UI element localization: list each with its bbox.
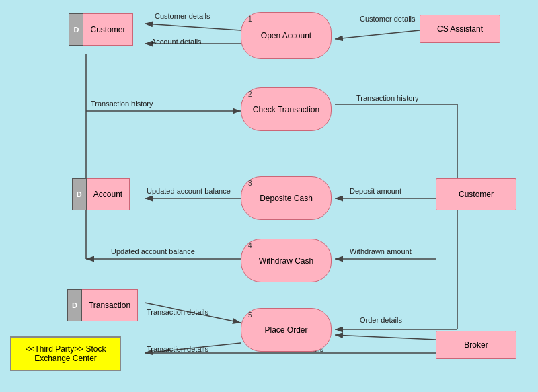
transaction-label: Transaction: [82, 289, 138, 321]
account-label: Account: [87, 178, 130, 210]
deposit-cash-num: 3: [248, 180, 252, 187]
customer-label: Customer: [83, 13, 132, 46]
account-datastore: D Account: [57, 178, 145, 210]
label-updated-balance-2: Updated account balance: [111, 247, 195, 256]
broker-node: Broker: [436, 331, 516, 359]
diagram-container: Customer details Account details Custome…: [0, 0, 538, 392]
label-deposit-amount: Deposit amount: [350, 187, 401, 195]
datastore-d-account: D: [72, 178, 87, 210]
label-order-details-1: Order details: [360, 316, 402, 324]
svg-line-3: [335, 30, 420, 39]
withdraw-cash-node: 4 Withdraw Cash: [241, 239, 332, 282]
svg-line-16: [335, 335, 436, 340]
customer-right-label: Customer: [459, 190, 494, 199]
label-account-details: Account details: [151, 38, 202, 46]
label-updated-balance-1: Updated account balance: [147, 187, 231, 195]
label-customer-details-2: Customer details: [360, 15, 416, 23]
withdraw-cash-label: Withdraw Cash: [259, 256, 313, 266]
broker-label: Broker: [464, 340, 488, 350]
customer-right-node: Customer: [436, 178, 516, 210]
label-txn-details-1: Transaction details: [147, 308, 208, 316]
label-txn-history-right: Transaction history: [356, 94, 419, 102]
cs-assistant-label: CS Assistant: [437, 24, 483, 34]
withdraw-cash-num: 4: [248, 242, 252, 249]
datastore-d-transaction: D: [67, 289, 82, 321]
transaction-datastore: D Transaction: [57, 289, 148, 321]
open-account-node: 1 Open Account: [241, 12, 332, 59]
place-order-num: 5: [248, 311, 252, 319]
place-order-node: 5 Place Order: [241, 308, 332, 352]
datastore-d-customer: D: [69, 13, 83, 46]
place-order-label: Place Order: [264, 325, 307, 335]
deposit-cash-node: 3 Deposite Cash: [241, 176, 332, 220]
label-txn-history-left: Transaction history: [91, 100, 153, 108]
label-txn-details-2: Transaction details: [147, 345, 208, 353]
third-party-label: <<Third Party>> Stock Exchange Center: [17, 344, 114, 363]
check-transaction-num: 2: [248, 91, 252, 98]
check-transaction-label: Check Transaction: [253, 105, 319, 114]
customer-datastore: D Customer: [57, 13, 145, 46]
cs-assistant-node: CS Assistant: [420, 15, 500, 43]
deposit-cash-label: Deposite Cash: [260, 194, 313, 203]
open-account-label: Open Account: [261, 31, 311, 40]
label-customer-details-1: Customer details: [155, 12, 210, 20]
label-withdrawn-amount: Withdrawn amount: [350, 247, 412, 256]
third-party-node: <<Third Party>> Stock Exchange Center: [10, 336, 121, 371]
svg-line-1: [145, 24, 241, 30]
check-transaction-node: 2 Check Transaction: [241, 87, 332, 131]
open-account-num: 1: [248, 15, 252, 23]
